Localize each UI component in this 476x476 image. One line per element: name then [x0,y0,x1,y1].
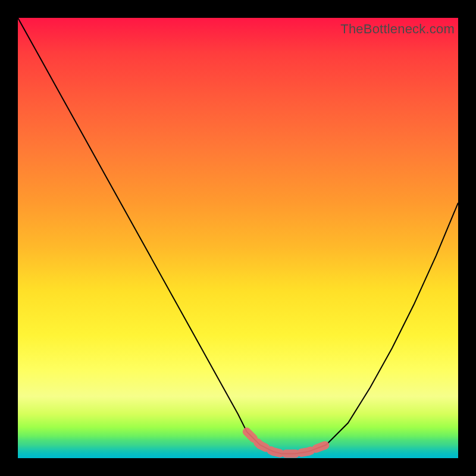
curve-svg [18,18,458,458]
plot-area: TheBottleneck.com [18,18,458,458]
chart-frame: TheBottleneck.com [0,0,476,476]
optimal-zone-highlight [247,432,326,454]
bottleneck-curve-line [18,18,458,454]
